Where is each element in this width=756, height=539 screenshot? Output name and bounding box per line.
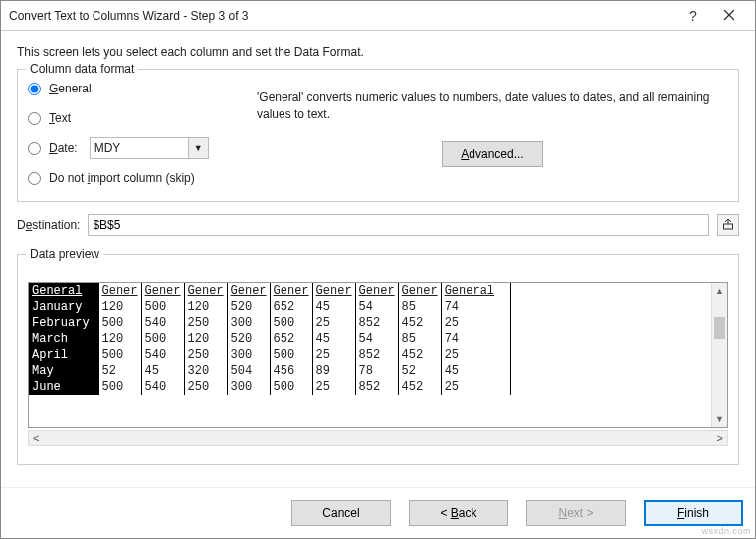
table-cell: 500 (141, 331, 184, 347)
table-cell: 500 (270, 379, 312, 395)
preview-header[interactable]: Gener (98, 283, 141, 299)
table-cell: February (29, 315, 98, 331)
preview-scroll-area[interactable]: General Gener Gener Gener Gener Gener Ge… (29, 283, 711, 427)
vertical-scrollbar[interactable]: ▲ ▼ (711, 283, 727, 427)
table-row: January12050012052065245548574 (29, 299, 510, 315)
preview-header-row: General Gener Gener Gener Gener Gener Ge… (29, 283, 510, 299)
table-cell: 45 (312, 299, 355, 315)
table-cell: 25 (441, 379, 510, 395)
dialog-title: Convert Text to Columns Wizard - Step 3 … (9, 9, 675, 23)
radio-general[interactable]: General (28, 78, 237, 99)
preview-header[interactable]: Gener (270, 283, 312, 299)
help-button[interactable]: ? (675, 2, 711, 30)
advanced-button[interactable]: Advanced... (442, 141, 542, 167)
table-cell: 54 (355, 331, 398, 347)
preview-table: General Gener Gener Gener Gener Gener Ge… (29, 283, 511, 395)
table-cell: 500 (98, 379, 141, 395)
table-cell: 500 (98, 315, 141, 331)
svg-rect-2 (724, 224, 733, 229)
table-cell: 52 (98, 363, 141, 379)
table-cell: 25 (312, 347, 355, 363)
cancel-button[interactable]: Cancel (291, 500, 391, 526)
table-cell: 25 (441, 315, 510, 331)
table-cell: 78 (355, 363, 398, 379)
table-cell: 300 (227, 315, 270, 331)
table-cell: 500 (270, 347, 312, 363)
table-cell: 45 (312, 331, 355, 347)
table-cell: 25 (312, 315, 355, 331)
radio-text[interactable]: Text (28, 107, 237, 129)
date-order-value: MDY (94, 141, 121, 155)
scroll-left-icon[interactable]: < (33, 432, 39, 444)
radio-date-input[interactable] (28, 142, 41, 155)
table-cell: 500 (98, 347, 141, 363)
table-cell: 74 (441, 299, 510, 315)
horizontal-scrollbar[interactable]: < > (28, 430, 728, 446)
column-format-legend: Column data format (26, 62, 138, 76)
scroll-up-icon[interactable]: ▲ (712, 283, 727, 299)
table-cell: 52 (398, 363, 441, 379)
destination-input[interactable] (88, 214, 709, 236)
titlebar: Convert Text to Columns Wizard - Step 3 … (1, 1, 755, 31)
preview-header[interactable]: Gener (141, 283, 184, 299)
preview-header[interactable]: General (441, 283, 510, 299)
destination-row: Destination: (17, 214, 739, 236)
range-picker-icon (722, 219, 734, 231)
table-cell: 120 (184, 299, 227, 315)
scroll-thumb[interactable] (714, 317, 725, 339)
table-cell: 540 (141, 379, 184, 395)
preview-header[interactable]: Gener (312, 283, 355, 299)
date-order-select[interactable]: MDY ▼ (90, 137, 209, 159)
preview-box: General Gener Gener Gener Gener Gener Ge… (28, 282, 728, 428)
preview-header[interactable]: Gener (227, 283, 270, 299)
scroll-down-icon[interactable]: ▼ (712, 411, 727, 427)
range-picker-button[interactable] (717, 214, 739, 236)
preview-header[interactable]: General (29, 283, 98, 299)
table-cell: 520 (227, 331, 270, 347)
table-cell: 250 (184, 315, 227, 331)
watermark: wsxdn.com (701, 526, 751, 536)
table-cell: May (29, 363, 98, 379)
table-row: May524532050445689785245 (29, 363, 510, 379)
table-cell: 120 (98, 299, 141, 315)
destination-label: Destination: (17, 218, 80, 232)
table-cell: 25 (441, 347, 510, 363)
table-cell: 250 (184, 379, 227, 395)
preview-header[interactable]: Gener (355, 283, 398, 299)
table-cell: 250 (184, 347, 227, 363)
radio-skip[interactable]: Do not import column (skip) (28, 167, 237, 189)
table-cell: 54 (355, 299, 398, 315)
table-row: March12050012052065245548574 (29, 331, 510, 347)
table-cell: 25 (312, 379, 355, 395)
table-cell: 320 (184, 363, 227, 379)
chevron-down-icon[interactable]: ▼ (188, 138, 208, 158)
table-cell: 45 (441, 363, 510, 379)
table-cell: April (29, 347, 98, 363)
table-cell: 85 (398, 331, 441, 347)
table-row: February5005402503005002585245225 (29, 315, 510, 331)
table-cell: 456 (270, 363, 312, 379)
radio-date[interactable]: Date: MDY ▼ (28, 137, 237, 159)
table-row: April5005402503005002585245225 (29, 347, 510, 363)
table-cell: 852 (355, 347, 398, 363)
preview-header[interactable]: Gener (184, 283, 227, 299)
radio-general-input[interactable] (28, 83, 41, 95)
radio-skip-input[interactable] (28, 172, 41, 185)
table-cell: 120 (184, 331, 227, 347)
back-button[interactable]: < Back (409, 500, 508, 526)
table-cell: 500 (141, 299, 184, 315)
radio-text-input[interactable] (28, 112, 41, 125)
scroll-right-icon[interactable]: > (717, 432, 723, 444)
table-cell: January (29, 299, 98, 315)
close-icon (723, 8, 735, 24)
finish-button[interactable]: Finish (644, 500, 743, 526)
table-cell: 652 (270, 299, 312, 315)
preview-group: Data preview General Gener Gener Gener G… (17, 254, 739, 465)
table-cell: 74 (441, 331, 510, 347)
table-cell: June (29, 379, 98, 395)
table-cell: 120 (98, 331, 141, 347)
preview-header[interactable]: Gener (398, 283, 441, 299)
table-cell: 89 (312, 363, 355, 379)
close-button[interactable] (711, 2, 747, 30)
next-button[interactable]: Next > (526, 500, 626, 526)
